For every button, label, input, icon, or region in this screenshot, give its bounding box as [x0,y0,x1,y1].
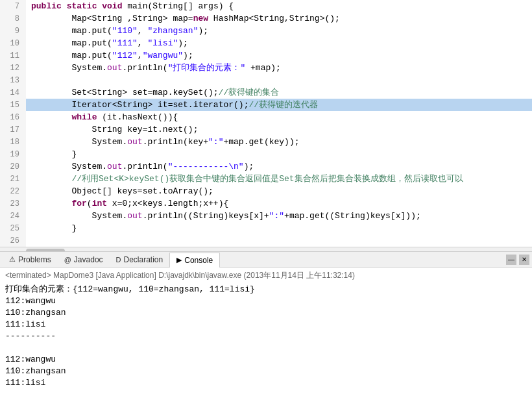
line-content: } [26,148,77,160]
line-content: System.out.println("打印集合的元素：" +map); [26,62,281,74]
code-line: 7public static void main(String[] args) … [0,0,532,12]
javadoc-tab-icon: @ [64,256,71,264]
line-content: for(int x=0;x<keys.length;x++){ [26,197,228,210]
code-line: 26 [0,234,532,247]
console-line: 110:zhangsan [5,307,527,319]
code-line: 15 Iterator<String> it=set.iterator();//… [0,99,532,111]
close-button[interactable]: ✕ [519,255,529,265]
editor-hscroll[interactable] [0,247,532,252]
line-content: Iterator<String> it=set.iterator();//获得键… [26,99,318,111]
line-number: 12 [0,62,26,74]
code-line: 16 while (it.hasNext()){ [0,111,532,123]
console-tab-label: Console [184,256,213,265]
line-content: public static void main(String[] args) { [26,0,234,12]
line-number: 22 [0,185,26,197]
line-content: map.put("110", "zhangsan"); [26,25,208,37]
code-line: 25 } [0,222,532,234]
line-number: 20 [0,160,26,173]
problems-tab-icon: ⚠ [9,255,16,264]
line-content: map.put("111", "lisi"); [26,37,188,49]
code-line: 24 System.out.println((String)keys[x]+":… [0,210,532,222]
code-line: 20 System.out.println("-----------\n"); [0,160,532,173]
line-number: 10 [0,37,26,49]
code-line: 11 map.put("112","wangwu"); [0,49,532,62]
line-content: map.put("112","wangwu"); [26,49,193,62]
line-content: Object[] keys=set.toArray(); [26,185,213,197]
code-line: 21 //利用Set<K>keySet()获取集合中键的集合返回值是Set集合然… [0,173,532,185]
console-line [5,342,527,354]
code-line: 19 } [0,148,532,160]
console-line: 111:lisi [5,377,527,389]
line-content: } [26,222,77,234]
line-number: 8 [0,12,26,25]
panel-actions: —✕ [506,255,529,265]
console-line: 110:zhangsan [5,366,527,377]
line-content: while (it.hasNext()){ [26,111,178,123]
line-number: 19 [0,148,26,160]
line-content: String key=it.next(); [26,123,198,136]
line-number: 15 [0,99,26,111]
panel-tabs: ⚠Problems@JavadocDDeclaration▶Console—✕ [0,252,532,268]
line-number: 25 [0,222,26,234]
console-line: 112:wangwu [5,295,527,307]
tab-console[interactable]: ▶Console [169,253,220,268]
code-line: 23 for(int x=0;x<keys.length;x++){ [0,197,532,210]
javadoc-tab-label: Javadoc [74,255,103,264]
code-line: 13 [0,74,532,86]
console-line: 112:wangwu [5,354,527,366]
problems-tab-label: Problems [18,255,51,264]
code-lines: 7public static void main(String[] args) … [0,0,532,247]
line-number: 23 [0,197,26,210]
code-line: 22 Object[] keys=set.toArray(); [0,185,532,197]
line-number: 7 [0,0,26,12]
code-line: 18 System.out.println(key+":"+map.get(ke… [0,136,532,148]
line-content: System.out.println("-----------\n"); [26,160,254,173]
line-number: 14 [0,86,26,99]
code-editor: 7public static void main(String[] args) … [0,0,532,252]
line-content: System.out.println((String)keys[x]+":"+m… [26,210,421,222]
code-line: 8 Map<String ,String> map=new HashMap<St… [0,12,532,25]
hscroll-thumb[interactable] [26,249,65,253]
line-content: System.out.println(key+":"+map.get(key))… [26,136,300,148]
code-line: 10 map.put("111", "lisi"); [0,37,532,49]
line-number: 11 [0,49,26,62]
code-line: 9 map.put("110", "zhangsan"); [0,25,532,37]
declaration-tab-label: Declaration [124,255,163,264]
line-content: Set<String> set=map.keySet();//获得键的集合 [26,86,279,99]
console-line: 打印集合的元素：{112=wangwu, 110=zhangsan, 111=l… [5,284,527,295]
line-number: 9 [0,25,26,37]
console-content: <terminated> MapDome3 [Java Application]… [0,268,532,411]
line-number: 21 [0,173,26,185]
line-number: 16 [0,111,26,123]
tab-declaration[interactable]: DDeclaration [110,252,170,267]
line-content: Map<String ,String> map=new HashMap<Stri… [26,12,340,25]
line-number: 13 [0,74,26,86]
line-number: 18 [0,136,26,148]
code-line: 17 String key=it.next(); [0,123,532,136]
console-line: 111:lisi [5,319,527,330]
declaration-tab-icon: D [116,256,121,264]
tab-javadoc[interactable]: @Javadoc [58,252,110,267]
line-content: //利用Set<K>keySet()获取集合中键的集合返回值是Set集合然后把集… [26,173,463,185]
line-number: 26 [0,234,26,247]
line-number: 24 [0,210,26,222]
minimize-button[interactable]: — [506,255,516,265]
line-number: 17 [0,123,26,136]
code-line: 12 System.out.println("打印集合的元素：" +map); [0,62,532,74]
console-header: <terminated> MapDome3 [Java Application]… [5,270,527,281]
console-tab-icon: ▶ [176,256,182,264]
bottom-panel: ⚠Problems@JavadocDDeclaration▶Console—✕ … [0,252,532,411]
console-line: ---------- [5,330,527,342]
tab-problems[interactable]: ⚠Problems [3,252,58,267]
code-line: 14 Set<String> set=map.keySet();//获得键的集合 [0,86,532,99]
